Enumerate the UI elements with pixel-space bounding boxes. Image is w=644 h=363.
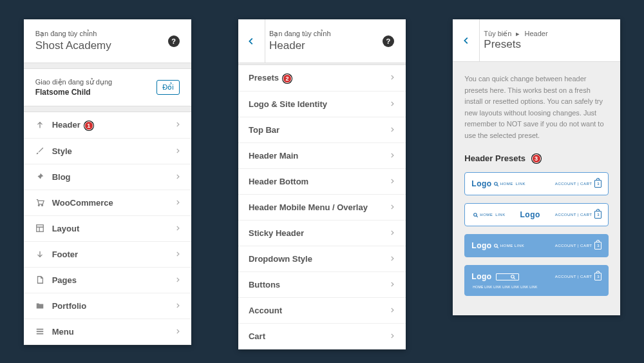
cart-icon: 3 — [594, 242, 601, 250]
paintbrush-icon — [34, 146, 46, 155]
change-theme-button[interactable]: Đổi — [156, 80, 179, 95]
menu-item-label: Presets2 — [249, 73, 389, 83]
annotation-badge-1: 1 — [84, 121, 93, 130]
menu-item-pages[interactable]: Pages — [24, 268, 191, 293]
menu-item-top-bar[interactable]: Top Bar — [238, 117, 406, 143]
customizer-panel-header: Bạn đang tùy chỉnh Header ? Presets2Logo… — [238, 19, 406, 349]
preset-nav-home-link: HOME LINK — [500, 244, 525, 248]
menu-list: Presets2Logo & Site IdentityTop BarHeade… — [238, 64, 406, 349]
arrow-up-icon — [34, 121, 46, 130]
chevron-right-icon — [175, 120, 181, 130]
svg-point-6 — [511, 275, 515, 278]
back-button[interactable] — [238, 19, 265, 63]
chevron-right-icon — [389, 202, 395, 212]
menu-item-account[interactable]: Account — [238, 298, 406, 324]
menu-item-label: Logo & Site Identity — [249, 99, 389, 109]
menu-item-dropdown-style[interactable]: Dropdown Style — [238, 246, 406, 272]
arrow-down-icon — [34, 250, 46, 259]
breadcrumb-current: Header — [525, 30, 548, 37]
chevron-right-icon — [389, 151, 395, 161]
menu-item-buttons[interactable]: Buttons — [238, 272, 406, 298]
preset-nav-link: LINK — [516, 182, 526, 186]
menu-item-header-bottom[interactable]: Header Bottom — [238, 169, 406, 195]
chevron-right-icon — [175, 224, 181, 233]
chevron-right-icon — [175, 198, 181, 208]
panel-header: Bạn đang tùy chỉnh Shost Academy ? — [24, 19, 191, 63]
customizer-panel-root: Bạn đang tùy chỉnh Shost Academy ? Giao … — [24, 19, 191, 345]
preset-nav-link: LINK — [495, 213, 505, 217]
help-icon[interactable]: ? — [383, 35, 394, 47]
svg-point-0 — [38, 205, 39, 206]
svg-point-4 — [474, 213, 477, 216]
menu-item-label: Top Bar — [249, 125, 389, 135]
cart-icon: 3 — [594, 273, 601, 280]
header-preset-2[interactable]: HOME LINK Logo ACCOUNT | CART 3 — [464, 203, 609, 226]
chevron-right-icon — [175, 327, 181, 337]
menu-item-label: Cart — [249, 331, 389, 341]
preset-logo: Logo — [471, 241, 491, 250]
menu-item-header-mobile-menu-overlay[interactable]: Header Mobile Menu / Overlay — [238, 195, 406, 221]
chevron-right-icon — [175, 146, 181, 156]
menu-item-blog[interactable]: Blog — [24, 164, 191, 190]
header-preset-1[interactable]: Logo HOME LINK ACCOUNT | CART 3 — [464, 172, 609, 195]
search-icon — [510, 274, 516, 280]
chevron-right-icon — [389, 99, 395, 109]
menu-item-footer[interactable]: Footer — [24, 242, 191, 268]
menu-icon — [34, 327, 46, 336]
menu-item-presets[interactable]: Presets2 — [238, 65, 406, 92]
header-preset-4[interactable]: Logo ACCOUNT | CART 3 HOME LINK LINK LIN… — [464, 265, 609, 296]
search-icon — [493, 181, 499, 187]
menu-item-portfolio[interactable]: Portfolio — [24, 293, 191, 319]
folder-icon — [34, 301, 46, 310]
menu-item-style[interactable]: Style — [24, 139, 191, 164]
menu-item-woocommerce[interactable]: WooCommerce — [24, 190, 191, 216]
cart-icon: 3 — [594, 180, 601, 188]
breadcrumb-separator: ▸ — [516, 30, 520, 37]
help-icon[interactable]: ? — [168, 35, 180, 47]
header-preset-3[interactable]: Logo HOME LINK ACCOUNT | CART 3 — [464, 234, 609, 257]
menu-item-cart[interactable]: Cart — [238, 324, 406, 349]
chevron-right-icon — [389, 73, 395, 83]
preset-logo: Logo — [471, 179, 491, 188]
menu-item-label: Blog — [52, 172, 175, 182]
menu-item-label: Layout — [52, 224, 175, 233]
menu-item-header[interactable]: Header1 — [24, 112, 191, 139]
svg-point-3 — [494, 182, 497, 185]
menu-item-label: Portfolio — [52, 301, 175, 311]
annotation-badge-3: 3 — [532, 154, 541, 163]
menu-item-sticky-header[interactable]: Sticky Header — [238, 221, 406, 246]
panel-title: Presets — [484, 38, 609, 51]
menu-item-label: Account — [249, 306, 389, 315]
menu-item-label: Header1 — [52, 120, 175, 130]
menu-list: Header1StyleBlogWooCommerceLayoutFooterP… — [24, 112, 191, 345]
preset-account-cart: ACCOUNT | CART — [555, 213, 592, 217]
menu-item-menu[interactable]: Menu — [24, 319, 191, 345]
header-subtitle: Bạn đang tùy chỉnh — [269, 30, 383, 38]
theme-label: Giao diện đang sử dụng — [35, 78, 112, 86]
menu-item-logo-site-identity[interactable]: Logo & Site Identity — [238, 92, 406, 117]
menu-item-label: Footer — [52, 250, 175, 259]
preset-account-cart: ACCOUNT | CART — [555, 244, 592, 248]
search-icon — [493, 243, 499, 249]
menu-item-layout[interactable]: Layout — [24, 216, 191, 242]
theme-name: Flatsome Child — [35, 88, 112, 97]
panel-header: Bạn đang tùy chỉnh Header ? — [238, 19, 406, 63]
header-presets-section: Header Presets 3 Logo HOME LINK ACCOUNT … — [453, 153, 620, 316]
svg-point-5 — [494, 244, 497, 247]
preset-nav-home: HOME — [500, 182, 513, 186]
preset-logo: Logo — [520, 210, 540, 219]
svg-rect-2 — [36, 225, 43, 232]
chevron-right-icon — [389, 331, 395, 341]
menu-item-label: Menu — [52, 327, 175, 337]
back-button[interactable] — [453, 19, 480, 61]
panel-title: Header — [269, 39, 383, 52]
preset-logo: Logo — [471, 272, 491, 281]
presets-description: You can quick change between header pres… — [453, 62, 620, 153]
svg-point-1 — [41, 205, 43, 206]
customizer-panel-presets: Tùy biến ▸ Header Presets You can quick … — [453, 19, 620, 315]
chevron-right-icon — [175, 250, 181, 259]
pushpin-icon — [34, 172, 46, 181]
menu-item-header-main[interactable]: Header Main — [238, 143, 406, 169]
menu-item-label: Header Mobile Menu / Overlay — [249, 202, 389, 212]
active-theme-box: Giao diện đang sử dụng Flatsome Child Đổ… — [24, 68, 191, 106]
